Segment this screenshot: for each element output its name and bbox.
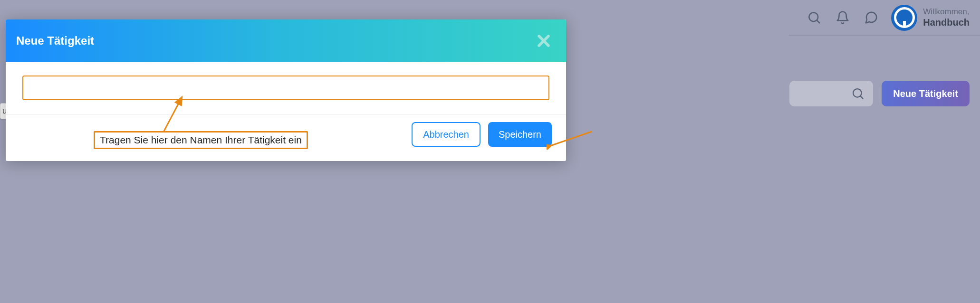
welcome-label: Willkommen, [923,7,970,17]
new-activity-button[interactable]: Neue Tätigkeit [882,81,970,106]
new-activity-label: Neue Tätigkeit [893,88,958,99]
annotation-callout: Tragen Sie hier den Namen Ihrer Tätigkei… [94,131,308,149]
save-button[interactable]: Speichern [488,122,552,147]
user-menu[interactable]: Willkommen, Handbuch [891,5,970,31]
welcome-name: Handbuch [923,17,970,28]
modal-title: Neue Tätigkeit [16,34,94,47]
page-search-input[interactable] [789,81,873,106]
activity-name-input[interactable] [22,76,549,100]
welcome-text: Willkommen, Handbuch [923,7,970,28]
bell-icon[interactable] [834,9,851,26]
modal-body [6,62,566,114]
svg-line-3 [861,96,863,98]
search-icon [851,87,865,100]
page-toolbar: Neue Tätigkeit [789,81,970,106]
topbar-divider [789,35,980,36]
avatar [891,5,917,31]
cancel-button[interactable]: Abbrechen [412,122,480,147]
search-icon[interactable] [806,9,823,26]
chat-icon[interactable] [863,9,880,26]
topbar: Willkommen, Handbuch [806,3,970,32]
modal-header: Neue Tätigkeit [6,19,566,62]
save-button-label: Speichern [499,129,541,140]
cancel-button-label: Abbrechen [423,129,469,140]
svg-line-1 [817,20,820,23]
close-icon[interactable] [536,33,552,49]
